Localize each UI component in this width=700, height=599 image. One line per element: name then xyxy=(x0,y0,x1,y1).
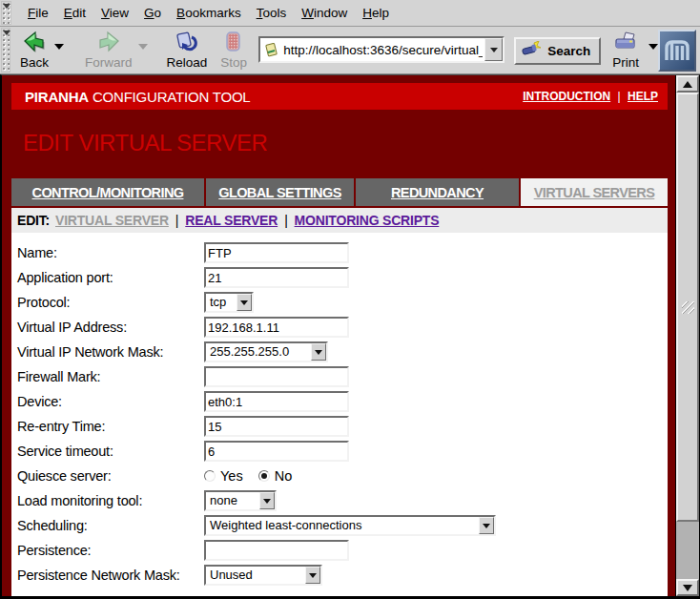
subnav-real-server-link[interactable]: REAL SERVER xyxy=(185,213,278,228)
scheduling-selected-value: Weighted least-connections xyxy=(206,517,479,534)
menu-help[interactable]: Help xyxy=(356,2,396,24)
persistence-network-mask-selected-value: Unused xyxy=(206,567,305,584)
toolbar-grippy[interactable] xyxy=(1,28,10,72)
menu-bar: FileEditViewGoBookmarksToolsWindowHelp xyxy=(0,0,700,27)
load-monitoring-tool-select[interactable]: none xyxy=(204,490,277,511)
reload-icon xyxy=(175,31,199,55)
scrollbar-track[interactable] xyxy=(676,93,699,579)
quiesce-server-radio-yes[interactable] xyxy=(204,470,216,482)
menu-items: FileEditViewGoBookmarksToolsWindowHelp xyxy=(13,2,396,24)
chevron-down-icon[interactable] xyxy=(479,517,494,534)
form-row-virtual-ip-address: Virtual IP Address: xyxy=(17,315,668,340)
firewall-mark-label: Firewall Mark: xyxy=(17,369,204,384)
browser-content: PIRANHA CONFIGURATION TOOL INTRODUCTION … xyxy=(0,74,700,599)
menu-go[interactable]: Go xyxy=(137,2,168,24)
re-entry-time-input[interactable] xyxy=(204,416,349,437)
device-input[interactable] xyxy=(204,391,349,412)
virtual-ip-network-mask-select[interactable]: 255.255.255.0 xyxy=(204,341,328,362)
vertical-scrollbar[interactable] xyxy=(676,75,699,596)
stop-button[interactable]: Stop xyxy=(220,27,247,70)
reload-button[interactable]: Reload xyxy=(167,27,208,70)
tab-bar: CONTROL/MONITORINGGLOBAL SETTINGSREDUNDA… xyxy=(11,178,668,206)
scheduling-select[interactable]: Weighted least-connections xyxy=(204,515,496,536)
bookmark-icon[interactable] xyxy=(260,38,283,61)
virtual-server-form: Name:Application port:Protocol:tcpVirtua… xyxy=(11,233,668,596)
menu-window[interactable]: Window xyxy=(295,2,354,24)
thumb-grip-icon xyxy=(682,301,694,314)
mozilla-logo-button[interactable] xyxy=(658,30,696,72)
help-link[interactable]: HELP xyxy=(628,90,658,103)
form-row-protocol: Protocol:tcp xyxy=(17,290,668,315)
menu-file[interactable]: File xyxy=(21,2,55,24)
form-row-persistence-network-mask: Persistence Network Mask:Unused xyxy=(17,563,668,588)
back-label: Back xyxy=(20,55,49,70)
forward-dropdown-arrow-icon[interactable] xyxy=(138,44,148,50)
protocol-selected-value: tcp xyxy=(206,294,237,311)
menubar-grippy[interactable] xyxy=(1,1,11,25)
load-monitoring-tool-selected-value: none xyxy=(206,492,259,509)
chevron-down-icon[interactable] xyxy=(237,294,252,311)
tab-global-settings[interactable]: GLOBAL SETTINGS xyxy=(206,178,354,206)
chevron-down-icon[interactable] xyxy=(311,343,326,361)
quiesce-server-radio-label-no: No xyxy=(275,468,293,484)
mozilla-m-icon xyxy=(661,34,693,67)
chevron-down-icon[interactable] xyxy=(305,567,320,584)
back-button[interactable]: Back xyxy=(20,27,49,70)
reload-label: Reload xyxy=(167,55,208,70)
form-row-persistence: Persistence: xyxy=(17,538,668,563)
persistence-network-mask-select[interactable]: Unused xyxy=(204,565,322,586)
subnav-separator: | xyxy=(175,213,178,228)
persistence-input[interactable] xyxy=(204,540,349,561)
form-row-quiesce-server: Quiesce server:YesNo xyxy=(17,464,668,488)
search-label: Search xyxy=(547,44,590,58)
form-row-virtual-ip-network-mask: Virtual IP Network Mask:255.255.255.0 xyxy=(17,340,668,364)
scroll-up-button[interactable] xyxy=(676,75,699,93)
tab-control-monitoring[interactable]: CONTROL/MONITORING xyxy=(11,178,204,206)
subnav-virtual-server-link[interactable]: VIRTUAL SERVER xyxy=(55,213,169,228)
print-icon xyxy=(612,31,639,55)
menu-edit[interactable]: Edit xyxy=(57,2,93,24)
search-button[interactable]: Search xyxy=(514,37,601,65)
up-arrow-icon xyxy=(683,81,692,88)
menu-bookmarks[interactable]: Bookmarks xyxy=(170,2,248,24)
name-input[interactable] xyxy=(204,242,349,263)
protocol-label: Protocol: xyxy=(17,295,204,310)
firewall-mark-input[interactable] xyxy=(204,366,349,387)
menu-tools[interactable]: Tools xyxy=(250,2,294,24)
menu-view[interactable]: View xyxy=(94,2,135,24)
subnav-links: VIRTUAL SERVER|REAL SERVER|MONITORING SC… xyxy=(55,213,439,228)
url-bar xyxy=(258,36,504,63)
forward-button[interactable]: Forward xyxy=(85,27,133,70)
scrollbar-thumb[interactable] xyxy=(676,93,699,522)
print-button[interactable]: Print xyxy=(612,27,639,70)
service-timeout-input[interactable] xyxy=(204,441,349,462)
quiesce-server-label: Quiesce server: xyxy=(17,468,204,484)
persistence-network-mask-label: Persistence Network Mask: xyxy=(17,568,204,583)
app-title: PIRANHA CONFIGURATION TOOL xyxy=(25,89,251,105)
url-dropdown-button[interactable] xyxy=(484,38,503,61)
scheduling-label: Scheduling: xyxy=(17,518,204,533)
protocol-select[interactable]: tcp xyxy=(204,292,254,313)
url-input[interactable] xyxy=(283,38,484,61)
print-dropdown-arrow-icon[interactable] xyxy=(649,44,658,50)
quiesce-server-radio-label-yes: Yes xyxy=(220,468,243,484)
service-timeout-label: Service timeout: xyxy=(17,444,204,459)
stop-label: Stop xyxy=(220,55,247,70)
quiesce-server-radio-no[interactable] xyxy=(258,470,270,482)
print-label: Print xyxy=(612,55,639,70)
chevron-down-icon[interactable] xyxy=(259,492,275,509)
tab-virtual-servers[interactable]: VIRTUAL SERVERS xyxy=(521,178,668,206)
tab-redundancy[interactable]: REDUNDANCY xyxy=(356,178,519,206)
form-row-name: Name: xyxy=(17,240,668,265)
introduction-link[interactable]: INTRODUCTION xyxy=(523,90,610,103)
quiesce-server-option-no: No xyxy=(258,468,293,484)
subnav-separator: | xyxy=(284,213,287,228)
subnav-monitoring-scripts-link[interactable]: MONITORING SCRIPTS xyxy=(295,213,440,228)
scroll-down-button[interactable] xyxy=(676,579,699,596)
form-row-re-entry-time: Re-entry Time: xyxy=(17,414,668,439)
virtual-ip-address-input[interactable] xyxy=(204,317,349,338)
application-port-input[interactable] xyxy=(204,267,349,288)
page-title: EDIT VIRTUAL SERVER xyxy=(23,131,668,155)
browser-window: FileEditViewGoBookmarksToolsWindowHelp B… xyxy=(0,0,700,599)
back-dropdown-arrow-icon[interactable] xyxy=(54,44,64,50)
